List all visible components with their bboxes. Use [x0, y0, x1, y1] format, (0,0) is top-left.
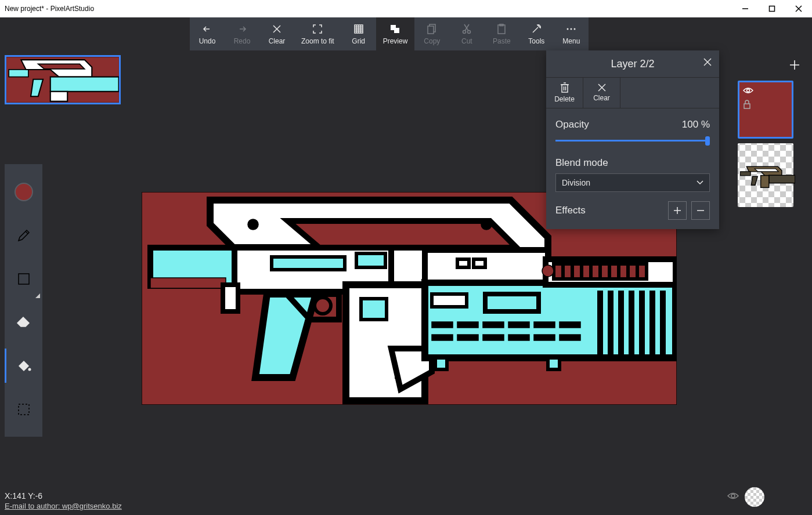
- svg-rect-85: [435, 358, 447, 369]
- svg-rect-98: [744, 104, 750, 108]
- svg-point-38: [248, 219, 258, 230]
- undo-button[interactable]: Undo: [190, 17, 225, 50]
- svg-marker-100: [755, 169, 778, 172]
- visibility-icon[interactable]: [743, 86, 753, 96]
- svg-line-89: [26, 231, 28, 234]
- svg-point-17: [468, 30, 471, 33]
- layer-thumbnail-1[interactable]: [738, 143, 793, 207]
- svg-marker-104: [751, 176, 757, 185]
- remove-effect-button[interactable]: [691, 201, 710, 220]
- svg-rect-43: [223, 285, 238, 311]
- paste-label: Paste: [493, 37, 511, 45]
- copy-button[interactable]: Copy: [414, 17, 449, 50]
- expand-indicator-icon: [35, 293, 40, 298]
- gun-layer1-art: [739, 145, 795, 209]
- layer-panel-actions: Delete Clear: [546, 77, 719, 108]
- svg-point-97: [747, 89, 750, 92]
- color-tool[interactable]: [5, 170, 42, 213]
- slider-thumb[interactable]: [705, 136, 710, 146]
- redo-button[interactable]: Redo: [225, 17, 259, 50]
- svg-rect-94: [19, 404, 29, 415]
- effects-label: Effects: [555, 205, 586, 216]
- grid-button[interactable]: Grid: [341, 17, 376, 50]
- all-visibility-icon[interactable]: [727, 492, 739, 502]
- zoom-to-fit-button[interactable]: Zoom to fit: [294, 17, 341, 50]
- minimize-button[interactable]: [732, 0, 759, 17]
- cut-button[interactable]: Cut: [449, 17, 484, 50]
- preview-icon: [389, 23, 401, 35]
- fill-icon: [16, 359, 32, 373]
- svg-rect-15: [428, 26, 434, 34]
- close-button[interactable]: [785, 0, 812, 17]
- delete-label: Delete: [554, 95, 575, 103]
- svg-rect-35: [150, 278, 226, 288]
- svg-rect-73: [457, 335, 478, 340]
- svg-rect-90: [19, 274, 29, 284]
- zoom-fit-label: Zoom to fit: [301, 37, 334, 45]
- preview-button[interactable]: Preview: [376, 17, 415, 50]
- menu-button[interactable]: Menu: [554, 17, 589, 50]
- author-email-link[interactable]: E-mail to author: wp@gritsenko.biz: [5, 502, 122, 510]
- svg-marker-92: [17, 317, 29, 327]
- paste-button[interactable]: Paste: [484, 17, 519, 50]
- eraser-tool[interactable]: [5, 300, 42, 344]
- background-swatch[interactable]: [745, 487, 764, 507]
- title-bar: New project* - PixelArtStudio: [0, 0, 812, 17]
- paste-icon: [496, 23, 507, 35]
- svg-marker-91: [35, 293, 40, 298]
- clear-label: Clear: [269, 37, 286, 45]
- svg-rect-42: [356, 253, 385, 267]
- toolbar-row: Undo Redo Clear Zoom to fit Grid Preview: [0, 17, 812, 50]
- layer-panel-close-button[interactable]: [703, 57, 712, 69]
- svg-point-16: [463, 30, 466, 33]
- clear-button[interactable]: Clear: [259, 17, 294, 50]
- svg-point-45: [315, 298, 331, 314]
- pencil-icon: [16, 228, 31, 243]
- undo-label: Undo: [199, 37, 216, 45]
- lock-icon[interactable]: [743, 100, 751, 111]
- svg-rect-67: [457, 322, 478, 328]
- maximize-button[interactable]: [759, 0, 785, 17]
- svg-point-39: [481, 219, 492, 230]
- add-effect-button[interactable]: [668, 201, 687, 220]
- blend-mode-dropdown[interactable]: Division: [555, 173, 710, 192]
- trash-icon: [560, 82, 569, 93]
- layer-thumbnail-2[interactable]: [738, 81, 793, 139]
- delete-layer-button[interactable]: Delete: [546, 78, 583, 108]
- pencil-tool[interactable]: [5, 213, 42, 257]
- clear-layer-button[interactable]: Clear: [583, 78, 620, 108]
- selection-tool[interactable]: [5, 387, 42, 431]
- add-layer-button[interactable]: [723, 54, 809, 76]
- selection-icon: [17, 402, 31, 416]
- svg-rect-77: [560, 335, 580, 340]
- svg-point-23: [567, 28, 569, 30]
- svg-rect-41: [272, 257, 345, 270]
- tool-panel: [5, 164, 42, 437]
- opacity-slider[interactable]: [555, 135, 710, 147]
- svg-rect-71: [560, 322, 580, 328]
- svg-rect-102: [769, 175, 795, 183]
- svg-rect-87: [457, 259, 469, 267]
- svg-rect-64: [485, 294, 539, 311]
- layers-footer: [723, 483, 809, 512]
- redo-icon: [236, 23, 248, 35]
- svg-rect-86: [548, 358, 560, 369]
- rectangle-tool[interactable]: [5, 257, 42, 300]
- fill-tool[interactable]: [5, 344, 42, 387]
- svg-rect-27: [9, 70, 28, 77]
- main-toolbar: Undo Redo Clear Zoom to fit Grid Preview: [190, 17, 589, 50]
- svg-rect-76: [534, 335, 555, 340]
- tools-button[interactable]: Tools: [519, 17, 554, 50]
- eraser-icon: [16, 316, 31, 329]
- svg-rect-14: [394, 28, 399, 33]
- undo-icon: [201, 23, 213, 35]
- layer-properties-panel: Layer 2/2 Delete Clear Opacity 100 %: [546, 50, 719, 229]
- menu-icon: [565, 23, 577, 35]
- rectangle-icon: [17, 272, 31, 286]
- preview-label: Preview: [383, 37, 408, 45]
- window-title: New project* - PixelArtStudio: [5, 5, 732, 13]
- svg-rect-74: [483, 335, 504, 340]
- navigator-thumbnail[interactable]: [5, 55, 121, 104]
- svg-line-18: [465, 24, 469, 31]
- svg-point-25: [574, 28, 576, 30]
